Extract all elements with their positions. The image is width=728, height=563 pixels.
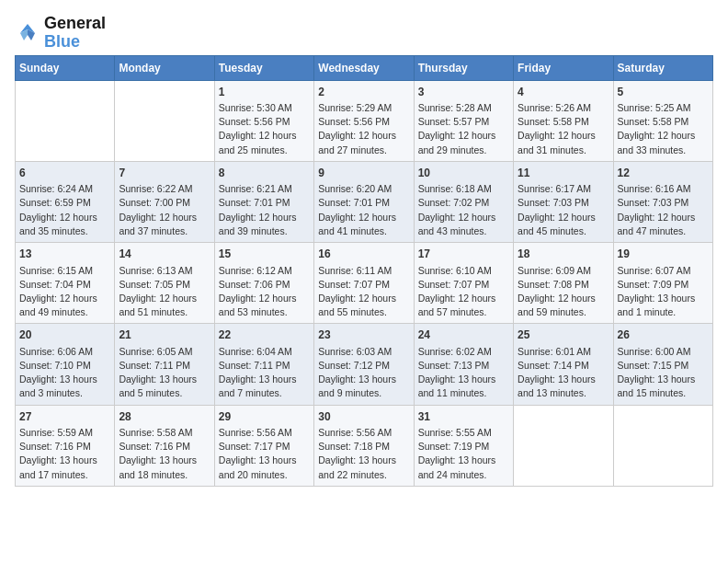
sunset-text: Sunset: 5:57 PM — [418, 116, 490, 127]
day-cell: 16Sunrise: 6:11 AMSunset: 7:07 PMDayligh… — [314, 243, 414, 324]
sunrise-text: Sunrise: 6:07 AM — [618, 265, 691, 276]
sunset-text: Sunset: 5:58 PM — [518, 116, 589, 127]
day-cell: 5Sunrise: 5:25 AMSunset: 5:58 PMDaylight… — [613, 80, 712, 161]
day-number: 8 — [219, 166, 310, 181]
column-header-saturday: Saturday — [613, 55, 712, 80]
day-cell: 14Sunrise: 6:13 AMSunset: 7:05 PMDayligh… — [115, 243, 214, 324]
day-cell: 8Sunrise: 6:21 AMSunset: 7:01 PMDaylight… — [214, 161, 313, 242]
day-number: 7 — [119, 166, 210, 181]
sunrise-text: Sunrise: 5:56 AM — [318, 427, 392, 438]
day-cell: 30Sunrise: 5:56 AMSunset: 7:18 PMDayligh… — [314, 405, 414, 486]
daylight-text: Daylight: 13 hours and 3 minutes. — [19, 373, 97, 398]
sunset-text: Sunset: 7:12 PM — [318, 360, 390, 371]
day-number: 31 — [418, 409, 509, 425]
column-header-thursday: Thursday — [414, 55, 513, 80]
sunrise-text: Sunrise: 6:01 AM — [518, 346, 591, 357]
week-row-2: 6Sunrise: 6:24 AMSunset: 6:59 PMDaylight… — [16, 161, 713, 242]
day-cell — [115, 80, 214, 161]
day-number: 21 — [119, 327, 210, 343]
day-number: 19 — [618, 247, 709, 262]
day-cell: 15Sunrise: 6:12 AMSunset: 7:06 PMDayligh… — [214, 243, 313, 324]
sunset-text: Sunset: 7:04 PM — [19, 279, 91, 290]
daylight-text: Daylight: 12 hours and 33 minutes. — [618, 130, 696, 155]
logo-text: General Blue — [44, 15, 106, 52]
day-number: 3 — [418, 85, 509, 100]
daylight-text: Daylight: 13 hours and 18 minutes. — [119, 454, 197, 479]
sunset-text: Sunset: 7:11 PM — [219, 360, 290, 371]
header-row: SundayMondayTuesdayWednesdayThursdayFrid… — [16, 55, 713, 80]
sunset-text: Sunset: 7:07 PM — [418, 279, 490, 290]
day-number: 1 — [219, 85, 310, 100]
sunrise-text: Sunrise: 5:30 AM — [219, 102, 292, 113]
sunrise-text: Sunrise: 6:06 AM — [19, 346, 93, 357]
daylight-text: Daylight: 12 hours and 27 minutes. — [318, 130, 396, 155]
week-row-4: 20Sunrise: 6:06 AMSunset: 7:10 PMDayligh… — [16, 324, 713, 405]
logo-icon — [15, 20, 40, 46]
day-number: 24 — [418, 327, 509, 343]
sunrise-text: Sunrise: 6:02 AM — [418, 346, 492, 357]
sunrise-text: Sunrise: 5:59 AM — [19, 427, 93, 438]
sunset-text: Sunset: 7:08 PM — [518, 279, 589, 290]
sunrise-text: Sunrise: 5:26 AM — [518, 102, 591, 113]
day-number: 15 — [219, 247, 310, 262]
daylight-text: Daylight: 13 hours and 5 minutes. — [119, 373, 197, 398]
daylight-text: Daylight: 12 hours and 51 minutes. — [119, 293, 197, 317]
sunset-text: Sunset: 7:09 PM — [618, 279, 689, 290]
day-cell: 27Sunrise: 5:59 AMSunset: 7:16 PMDayligh… — [16, 405, 115, 486]
sunset-text: Sunset: 7:14 PM — [518, 360, 589, 371]
daylight-text: Daylight: 12 hours and 55 minutes. — [318, 293, 396, 317]
daylight-text: Daylight: 12 hours and 41 minutes. — [318, 212, 396, 236]
calendar-table: SundayMondayTuesdayWednesdayThursdayFrid… — [15, 55, 713, 487]
calendar-body: 1Sunrise: 5:30 AMSunset: 5:56 PMDaylight… — [16, 80, 713, 486]
day-number: 29 — [219, 409, 310, 425]
sunset-text: Sunset: 5:56 PM — [219, 116, 290, 127]
sunset-text: Sunset: 5:56 PM — [318, 116, 390, 127]
sunset-text: Sunset: 7:10 PM — [19, 360, 91, 371]
sunset-text: Sunset: 7:16 PM — [119, 441, 190, 452]
sunset-text: Sunset: 7:01 PM — [219, 197, 290, 208]
sunrise-text: Sunrise: 6:00 AM — [618, 346, 691, 357]
sunrise-text: Sunrise: 6:15 AM — [19, 265, 93, 276]
day-cell: 2Sunrise: 5:29 AMSunset: 5:56 PMDaylight… — [314, 80, 414, 161]
day-number: 9 — [318, 166, 409, 181]
sunset-text: Sunset: 7:06 PM — [219, 279, 290, 290]
sunset-text: Sunset: 7:03 PM — [518, 197, 589, 208]
sunrise-text: Sunrise: 6:18 AM — [418, 183, 492, 194]
daylight-text: Daylight: 13 hours and 15 minutes. — [618, 373, 696, 398]
sunset-text: Sunset: 7:17 PM — [219, 441, 290, 452]
sunrise-text: Sunrise: 5:25 AM — [618, 102, 691, 113]
daylight-text: Daylight: 13 hours and 20 minutes. — [219, 454, 297, 479]
day-number: 22 — [219, 327, 310, 343]
sunrise-text: Sunrise: 6:22 AM — [119, 183, 192, 194]
daylight-text: Daylight: 12 hours and 43 minutes. — [418, 212, 496, 236]
day-cell — [613, 405, 712, 486]
sunrise-text: Sunrise: 6:20 AM — [318, 183, 392, 194]
sunset-text: Sunset: 7:01 PM — [318, 197, 390, 208]
sunset-text: Sunset: 7:03 PM — [618, 197, 689, 208]
daylight-text: Daylight: 12 hours and 49 minutes. — [19, 293, 97, 317]
day-number: 26 — [618, 327, 709, 343]
daylight-text: Daylight: 12 hours and 53 minutes. — [219, 293, 297, 317]
column-header-tuesday: Tuesday — [214, 55, 313, 80]
sunrise-text: Sunrise: 6:05 AM — [119, 346, 192, 357]
daylight-text: Daylight: 12 hours and 25 minutes. — [219, 130, 297, 155]
sunset-text: Sunset: 7:07 PM — [318, 279, 390, 290]
sunset-text: Sunset: 7:19 PM — [418, 441, 490, 452]
daylight-text: Daylight: 12 hours and 57 minutes. — [418, 293, 496, 317]
sunrise-text: Sunrise: 5:56 AM — [219, 427, 292, 438]
daylight-text: Daylight: 12 hours and 29 minutes. — [418, 130, 496, 155]
daylight-text: Daylight: 13 hours and 13 minutes. — [518, 373, 596, 398]
day-cell: 10Sunrise: 6:18 AMSunset: 7:02 PMDayligh… — [414, 161, 513, 242]
sunset-text: Sunset: 7:05 PM — [119, 279, 190, 290]
day-cell: 4Sunrise: 5:26 AMSunset: 5:58 PMDaylight… — [514, 80, 613, 161]
column-header-monday: Monday — [115, 55, 214, 80]
day-number: 5 — [618, 85, 709, 100]
day-cell: 19Sunrise: 6:07 AMSunset: 7:09 PMDayligh… — [613, 243, 712, 324]
day-number: 6 — [19, 166, 110, 181]
day-number: 30 — [318, 409, 409, 425]
sunrise-text: Sunrise: 6:09 AM — [518, 265, 591, 276]
day-cell: 25Sunrise: 6:01 AMSunset: 7:14 PMDayligh… — [514, 324, 613, 405]
day-cell: 23Sunrise: 6:03 AMSunset: 7:12 PMDayligh… — [314, 324, 414, 405]
day-cell — [514, 405, 613, 486]
day-number: 27 — [19, 409, 110, 425]
